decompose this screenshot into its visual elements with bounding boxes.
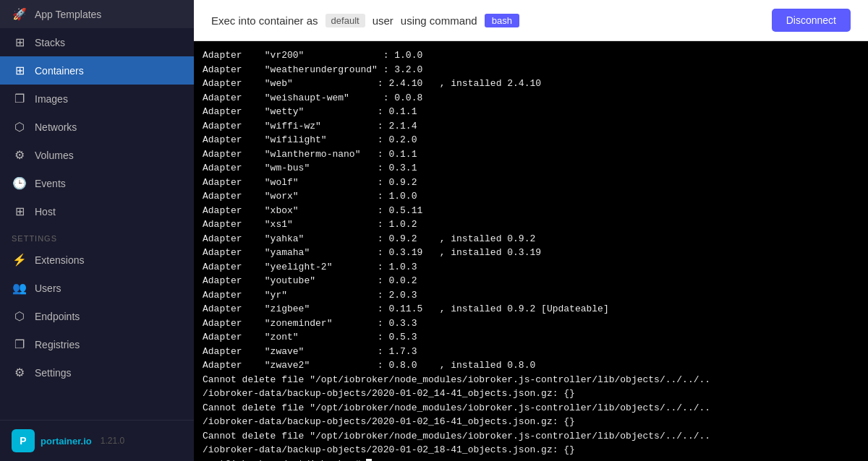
settings-icon: ⚙ [12,366,27,379]
extensions-icon: ⚡ [12,253,27,267]
terminal-line: Adapter "zont" : 0.5.3 [203,332,417,342]
terminal-line: Adapter "zwave" : 1.7.3 [203,346,417,357]
terminal-line: Adapter "yeelight-2" : 1.0.3 [203,262,417,272]
sidebar-item-volumes[interactable]: ⚙ Volumes [0,141,194,169]
terminal-line: /iobroker-data/backup-objects/2020-01-02… [203,416,575,427]
default-badge: default [326,14,365,27]
logo-text: portainer.io [41,436,92,447]
sidebar-footer: P portainer.io 1.21.0 [0,420,194,461]
bash-badge: bash [485,14,519,27]
sidebar-item-host[interactable]: ⊞ Host [0,197,194,225]
main-content: Exec into container as default user usin… [194,0,868,461]
host-icon: ⊞ [12,204,27,218]
portainer-logo: P portainer.io 1.21.0 [12,429,124,452]
sidebar-item-containers[interactable]: ⊞ Containers [0,56,194,85]
terminal-line: Adapter "weatherunderground" : 3.2.0 [203,64,422,75]
app-templates-icon: 🚀 [12,7,27,21]
terminal-line: Adapter "zoneminder" : 0.3.3 [203,318,417,329]
sidebar-item-registries[interactable]: ❐ Registries [0,330,194,358]
sidebar-label-containers: Containers [35,65,84,77]
terminal-line: /iobroker-data/backup-objects/2020-01-02… [203,444,575,455]
volumes-icon: ⚙ [12,148,27,162]
settings-section-label: SETTINGS [0,225,194,246]
sidebar-item-stacks[interactable]: ⊞ Stacks [0,28,194,56]
sidebar-label-app-templates: App Templates [35,9,101,20]
sidebar-label-registries: Registries [35,339,80,350]
users-icon: 👥 [12,281,27,295]
disconnect-button[interactable]: Disconnect [772,9,851,32]
sidebar-item-settings[interactable]: ⚙ Settings [0,358,194,387]
sidebar-item-images[interactable]: ❐ Images [0,85,194,113]
sidebar-label-users: Users [35,283,61,294]
terminal-line: Adapter "wolf" : 0.9.2 [203,177,417,188]
terminal-line: Adapter "web" : 2.4.10 , installed 2.4.1… [203,78,541,89]
terminal-line: Adapter "wetty" : 0.1.1 [203,106,417,117]
endpoints-icon: ⬡ [12,309,27,323]
terminal-line: Adapter "vr200" : 1.0.0 [203,50,422,61]
sidebar-label-host: Host [35,206,56,217]
terminal-line: Adapter "weishaupt-wem" : 0.0.8 [203,92,422,103]
terminal-line: Adapter "yamaha" : 0.3.19 , installed 0.… [203,247,541,258]
terminal-line: Adapter "xs1" : 1.0.2 [203,219,417,230]
exec-prefix: Exec into container as [211,14,318,27]
sidebar-label-volumes: Volumes [35,150,74,161]
sidebar-item-extensions[interactable]: ⚡ Extensions [0,246,194,274]
sidebar-item-networks[interactable]: ⬡ Networks [0,113,194,141]
terminal-line: root@iobroker:/opt/iobroker# [203,459,366,462]
images-icon: ❐ [12,92,27,105]
terminal-line: Adapter "worx" : 1.0.0 [203,191,417,202]
sidebar-label-stacks: Stacks [35,37,65,48]
user-label: user [373,14,393,27]
terminal-line: Adapter "youtube" : 0.0.2 [203,275,417,286]
terminal-line: Cannot delete file "/opt/iobroker/node_m… [203,374,710,385]
sidebar-item-events[interactable]: 🕒 Events [0,169,194,197]
terminal-line: Adapter "xbox" : 0.5.11 [203,205,422,216]
terminal-line: Adapter "yahka" : 0.9.2 , installed 0.9.… [203,233,535,244]
sidebar: 🚀 App Templates ⊞ Stacks ⊞ Containers ❐ … [0,0,194,461]
terminal-output: Adapter "vr200" : 1.0.0 Adapter "weather… [194,41,868,461]
sidebar-label-extensions: Extensions [35,254,84,266]
top-bar: Exec into container as default user usin… [194,0,868,41]
terminal-line: Adapter "wlanthermo-nano" : 0.1.1 [203,149,417,160]
sidebar-label-settings: Settings [35,367,72,379]
sidebar-label-endpoints: Endpoints [35,311,80,322]
sidebar-item-endpoints[interactable]: ⬡ Endpoints [0,302,194,330]
events-icon: 🕒 [12,176,27,190]
networks-icon: ⬡ [12,120,27,134]
registries-icon: ❐ [12,337,27,351]
using-command-label: using command [401,14,477,27]
containers-icon: ⊞ [12,64,27,77]
version-text: 1.21.0 [101,436,124,446]
stacks-icon: ⊞ [12,35,27,49]
logo-icon: P [12,429,35,452]
terminal-line: Adapter "wifilight" : 0.2.0 [203,134,417,145]
terminal-line: Cannot delete file "/opt/iobroker/node_m… [203,431,710,441]
terminal-line: Cannot delete file "/opt/iobroker/node_m… [203,402,710,413]
terminal-line: Adapter "wm-bus" : 0.3.1 [203,163,417,173]
terminal-line: Adapter "yr" : 2.0.3 [203,290,417,301]
sidebar-item-users[interactable]: 👥 Users [0,274,194,302]
terminal-line: Adapter "wiffi-wz" : 2.1.4 [203,121,417,132]
sidebar-label-events: Events [35,178,66,189]
terminal-line: Adapter "zwave2" : 0.8.0 , installed 0.8… [203,360,535,371]
terminal-line: Adapter "zigbee" : 0.11.5 , installed 0.… [203,303,609,314]
sidebar-item-app-templates[interactable]: 🚀 App Templates [0,0,194,28]
terminal-line: /iobroker-data/backup-objects/2020-01-02… [203,388,575,399]
sidebar-label-images: Images [35,93,68,105]
sidebar-label-networks: Networks [35,121,77,133]
